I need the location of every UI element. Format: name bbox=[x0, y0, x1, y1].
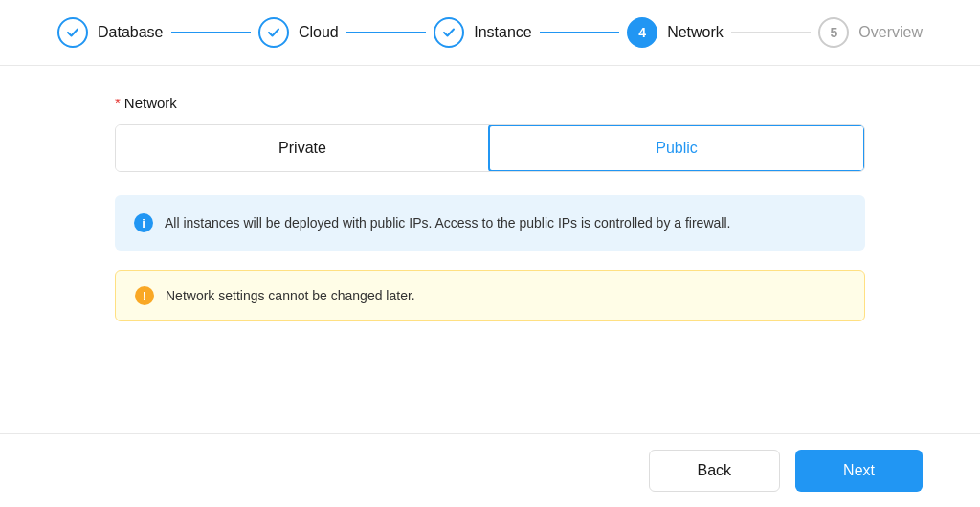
step-circle-overview: 5 bbox=[818, 17, 849, 48]
warning-message: Network settings cannot be changed later… bbox=[166, 288, 415, 303]
network-field-label: * Network bbox=[115, 95, 865, 111]
info-box: i All instances will be deployed with pu… bbox=[115, 195, 865, 251]
info-icon: i bbox=[134, 213, 153, 232]
step-label-network: Network bbox=[667, 24, 724, 41]
connector-4 bbox=[731, 32, 811, 33]
step-circle-instance bbox=[434, 17, 464, 48]
step-circle-network: 4 bbox=[627, 17, 657, 48]
private-option[interactable]: Private bbox=[116, 125, 489, 171]
warning-box: ! Network settings cannot be changed lat… bbox=[115, 270, 865, 321]
step-label-overview: Overview bbox=[858, 24, 923, 41]
step-database: Database bbox=[57, 17, 164, 48]
step-label-cloud: Cloud bbox=[299, 24, 339, 41]
warning-icon: ! bbox=[135, 286, 154, 305]
step-network: 4 Network bbox=[627, 17, 724, 48]
required-marker: * bbox=[115, 95, 121, 111]
main-content: * Network Private Public i All instances… bbox=[0, 66, 980, 341]
step-circle-database bbox=[57, 17, 88, 48]
network-toggle-group: Private Public bbox=[115, 124, 865, 172]
back-button[interactable]: Back bbox=[649, 450, 781, 492]
step-circle-cloud bbox=[258, 17, 289, 48]
next-button[interactable]: Next bbox=[795, 450, 923, 492]
network-label-text: Network bbox=[124, 95, 177, 111]
step-label-database: Database bbox=[98, 24, 164, 41]
step-cloud: Cloud bbox=[258, 17, 339, 48]
connector-2 bbox=[346, 32, 426, 33]
stepper: Database Cloud Instance 4 Network 5 Ov bbox=[0, 0, 980, 66]
footer: Back Next bbox=[0, 433, 980, 507]
info-message: All instances will be deployed with publ… bbox=[165, 212, 730, 233]
public-option[interactable]: Public bbox=[488, 124, 865, 172]
connector-3 bbox=[540, 32, 619, 33]
step-overview: 5 Overview bbox=[818, 17, 923, 48]
step-instance: Instance bbox=[434, 17, 531, 48]
connector-1 bbox=[171, 32, 251, 33]
step-label-instance: Instance bbox=[474, 24, 531, 41]
